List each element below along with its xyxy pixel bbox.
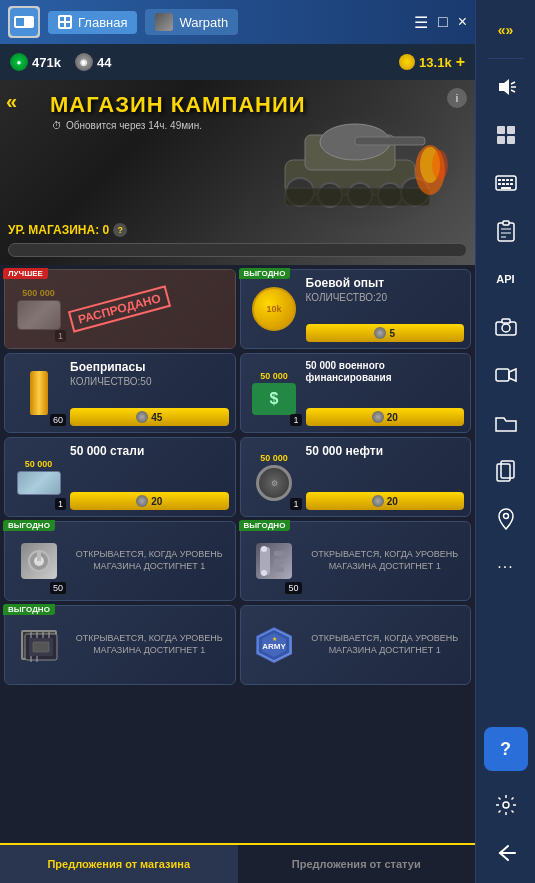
back-button[interactable]: « <box>6 90 17 113</box>
shop-item-9: ВЫГОДНО <box>4 605 236 685</box>
shop-title-overlay: « МАГАЗИН КАМПАНИИ ⏱ Обновится через 14ч… <box>0 80 475 265</box>
item8-count: 50 <box>285 582 301 594</box>
svg-rect-28 <box>274 567 284 572</box>
svg-rect-58 <box>502 183 505 185</box>
svg-rect-6 <box>60 23 64 27</box>
tab-statue-offers-label: Предложения от статуи <box>292 858 421 870</box>
menu-icon[interactable]: ☰ <box>414 13 428 32</box>
sidebar-keyboard-btn[interactable] <box>484 161 528 205</box>
svg-rect-59 <box>506 183 509 185</box>
app-icon <box>8 6 40 38</box>
shop-item-1[interactable]: ЛУЧШЕЕ 500 000 1 РАСПРОДАНО <box>4 269 236 349</box>
svg-text:★: ★ <box>272 636 277 642</box>
item4-icon-area: 50 000 $ 1 <box>247 360 302 426</box>
item2-buy-btn[interactable]: 5 <box>306 324 465 342</box>
sidebar-camera-btn[interactable] <box>484 305 528 349</box>
tab-shop-offers[interactable]: Предложения от магазина <box>0 845 238 883</box>
svg-marker-71 <box>509 369 516 381</box>
sidebar-volume-btn[interactable] <box>484 65 528 109</box>
shop-item-5[interactable]: 50 000 1 50 000 стали 20 <box>4 437 236 517</box>
shop-item-2[interactable]: ВЫГОДНО 10k Боевой опыт КОЛИЧЕСТВО:20 5 <box>240 269 472 349</box>
gold-value: 13.1k <box>419 55 452 70</box>
shop-item-10: ARMY ★ ОТКРЫВАЕТСЯ, КОГДА УРОВЕНЬ МАГАЗИ… <box>240 605 472 685</box>
svg-rect-7 <box>66 23 70 27</box>
item6-name: 50 000 нефти <box>306 444 465 458</box>
item9-info: ОТКРЫВАЕТСЯ, КОГДА УРОВЕНЬ МАГАЗИНА ДОСТ… <box>66 612 229 678</box>
sidebar-api-btn[interactable]: API <box>484 257 528 301</box>
bottom-tabs: Предложения от магазина Предложения от с… <box>0 843 475 883</box>
currency1-value: 471k <box>32 55 61 70</box>
sidebar-clipboard-btn[interactable] <box>484 209 528 253</box>
item5-icon-area: 50 000 1 <box>11 444 66 510</box>
item4-info: 50 000 военного финансирования 20 <box>302 360 465 426</box>
sidebar-divider-1 <box>488 58 524 59</box>
item4-icon: $ <box>252 383 296 415</box>
item6-buy-btn[interactable]: 20 <box>306 492 465 510</box>
item9-icon-area <box>11 612 66 678</box>
shop-item-4[interactable]: 50 000 $ 1 50 000 военного финансировани… <box>240 353 472 433</box>
svg-rect-49 <box>507 126 515 134</box>
svg-rect-69 <box>502 319 510 323</box>
right-sidebar: «» <box>475 0 535 883</box>
tab-warpath[interactable]: Warpath <box>145 9 238 35</box>
shop-row-5: ВЫГОДНО <box>4 605 471 685</box>
item2-icon: 10k <box>252 287 296 331</box>
item4-buy-btn[interactable]: 20 <box>306 408 465 426</box>
svg-point-29 <box>261 546 267 552</box>
sidebar-help-btn[interactable]: ? <box>484 727 528 771</box>
item5-count: 1 <box>55 498 66 510</box>
close-icon[interactable]: × <box>458 13 467 32</box>
item3-buy-btn[interactable]: 45 <box>70 408 229 426</box>
item10-icon: ARMY ★ <box>256 627 292 663</box>
sidebar-expand-btn[interactable]: «» <box>484 8 528 52</box>
item5-top-num: 50 000 <box>25 459 53 469</box>
progress-text: 1/5000 <box>9 243 466 247</box>
home-tab-label: Главная <box>78 15 127 30</box>
item3-info: Боеприпасы КОЛИЧЕСТВО:50 45 <box>66 360 229 426</box>
tab-home[interactable]: Главная <box>48 11 137 34</box>
shop-item-3[interactable]: 60 Боеприпасы КОЛИЧЕСТВО:50 45 <box>4 353 236 433</box>
sidebar-back-btn[interactable] <box>484 831 528 875</box>
item6-top-num: 50 000 <box>260 453 288 463</box>
svg-rect-26 <box>274 551 284 556</box>
item5-name: 50 000 стали <box>70 444 229 458</box>
shop-level: УР. МАГАЗИНА: 0 ? <box>8 223 127 237</box>
shop-row-4: ВЫГОДНО 50 ОТКРЫВАЕТСЯ, КОГ <box>4 521 471 601</box>
item6-icon-area: 50 000 ⚙ 1 <box>247 444 302 510</box>
gold-display: 13.1k + <box>399 53 465 71</box>
item8-locked-text: ОТКРЫВАЕТСЯ, КОГДА УРОВЕНЬ МАГАЗИНА ДОСТ… <box>306 528 465 594</box>
item6-btn-icon <box>372 495 384 507</box>
item5-buy-btn[interactable]: 20 <box>70 492 229 510</box>
shop-item-6[interactable]: 50 000 ⚙ 1 50 000 нефти 20 <box>240 437 472 517</box>
item8-info: ОТКРЫВАЕТСЯ, КОГДА УРОВЕНЬ МАГАЗИНА ДОСТ… <box>302 528 465 594</box>
svg-point-68 <box>502 324 510 332</box>
item5-icon <box>17 471 61 495</box>
shop-title: МАГАЗИН КАМПАНИИ <box>50 92 425 118</box>
sidebar-video-btn[interactable] <box>484 353 528 397</box>
shop-row-1: ЛУЧШЕЕ 500 000 1 РАСПРОДАНО ВЫГОДНО <box>4 269 471 349</box>
sidebar-copy-btn[interactable] <box>484 449 528 493</box>
item6-info: 50 000 нефти 20 <box>302 444 465 510</box>
refresh-time: ⏱ Обновится через 14ч. 49мин. <box>52 120 425 131</box>
tab-statue-offers[interactable]: Предложения от статуи <box>238 845 476 883</box>
item8-icon-area: 50 <box>247 528 302 594</box>
restore-icon[interactable]: □ <box>438 13 448 32</box>
item8-badge: ВЫГОДНО <box>239 520 291 531</box>
item3-icon-area: 60 <box>11 360 66 426</box>
gold-plus[interactable]: + <box>456 53 465 71</box>
item5-btn-icon <box>136 495 148 507</box>
sidebar-folder-btn[interactable] <box>484 401 528 445</box>
sidebar-more-btn[interactable]: ··· <box>484 545 528 589</box>
svg-rect-57 <box>498 183 501 185</box>
item4-count: 1 <box>290 414 301 426</box>
svg-rect-24 <box>37 551 41 561</box>
item3-qty: КОЛИЧЕСТВО:50 <box>70 376 229 387</box>
level-help-icon[interactable]: ? <box>113 223 127 237</box>
sidebar-location-btn[interactable] <box>484 497 528 541</box>
sold-out-text-1: РАСПРОДАНО <box>68 285 171 332</box>
item3-icon <box>30 371 48 415</box>
info-button[interactable]: i <box>447 88 467 108</box>
sidebar-grid-btn[interactable] <box>484 113 528 157</box>
item2-icon-area: 10k <box>247 276 302 342</box>
sidebar-settings-btn[interactable] <box>484 783 528 827</box>
